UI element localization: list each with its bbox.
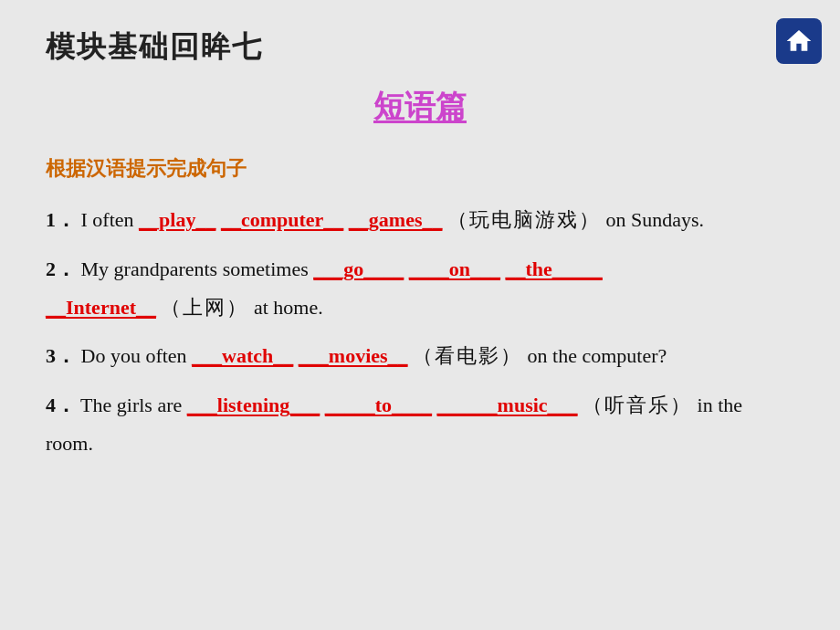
- main-title: 模块基础回眸七: [46, 27, 794, 68]
- instruction: 根据汉语提示完成句子: [46, 155, 794, 183]
- s3-cn: （看电影） on the computer?: [413, 344, 667, 367]
- sentence-2-answer-3: __the_____: [506, 257, 603, 280]
- sentence-1-answer-1: __play__: [139, 208, 215, 231]
- sentence-4-answer-3: ______music___: [437, 394, 578, 416]
- sentence-1: 1． I often __play__ __computer__ __games…: [46, 201, 794, 239]
- sentence-4-answer-2: _____to____: [325, 394, 432, 416]
- sentence-2-answer-2: ____on___: [409, 257, 500, 280]
- sentence-3-text-before: Do you often: [81, 344, 193, 367]
- sentence-4-text-before: The girls are: [80, 394, 187, 416]
- subtitle: 短语篇: [46, 86, 794, 128]
- sentence-3-num: 3．: [46, 344, 76, 367]
- sentence-2-answer-4: __Internet__: [46, 296, 156, 319]
- sentence-4-text-after: room.: [46, 432, 93, 455]
- sentences-container: 1． I often __play__ __computer__ __games…: [46, 201, 794, 463]
- sentence-1-text-before: I often: [81, 208, 140, 231]
- page: 模块基础回眸七 短语篇 根据汉语提示完成句子 1． I often __play…: [0, 0, 840, 630]
- sentence-3-answer-1: ___watch__: [192, 344, 293, 367]
- sentence-3-answer-2: ___movies__: [299, 344, 408, 367]
- sentence-4: 4． The girls are ___listening___ _____to…: [46, 386, 794, 463]
- s1-cn: （玩电脑游戏） on Sundays.: [447, 208, 704, 231]
- sentence-2-answer-1: ___go____: [313, 257, 404, 280]
- s2-cn: （上网） at home.: [161, 296, 322, 319]
- sentence-3: 3． Do you often ___watch__ ___movies__ （…: [46, 337, 794, 375]
- sentence-1-num: 1．: [46, 208, 76, 231]
- sentence-2-text-before: My grandparents sometimes: [81, 257, 314, 280]
- sentence-1-answer-2: __computer__: [221, 208, 343, 231]
- s4-cn: （听音乐） in the: [583, 394, 742, 416]
- sentence-2: 2． My grandparents sometimes ___go____ _…: [46, 250, 794, 327]
- sentence-4-num: 4．: [46, 394, 76, 416]
- sentence-4-answer-1: ___listening___: [187, 394, 320, 416]
- home-icon[interactable]: [776, 18, 822, 64]
- sentence-2-num: 2．: [46, 257, 76, 280]
- sentence-1-answer-3: __games__: [349, 208, 443, 231]
